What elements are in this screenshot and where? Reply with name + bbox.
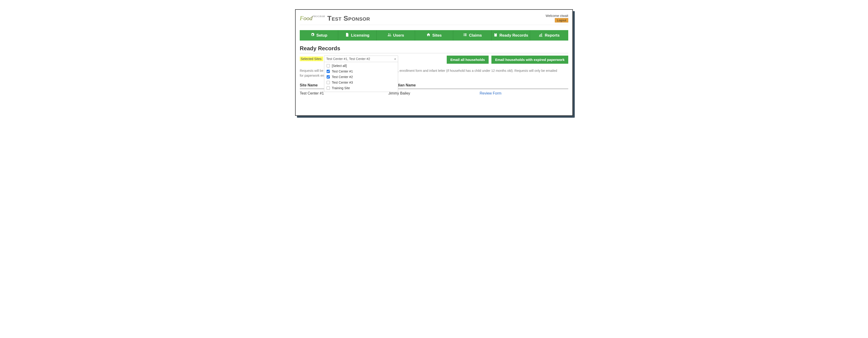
svg-rect-11: [540, 34, 541, 36]
svg-rect-4: [463, 34, 464, 35]
gears-icon: [310, 33, 315, 38]
nav-item-sites[interactable]: Sites: [415, 30, 454, 40]
sites-option-label: Training Site: [332, 86, 350, 90]
selected-sites-label: Selected Sites:: [300, 57, 323, 61]
welcome-block: Welcome ctwait Logout: [546, 14, 568, 23]
logout-button[interactable]: Logout: [555, 18, 568, 23]
nav-label: Reports: [545, 33, 559, 38]
svg-rect-2: [463, 34, 464, 34]
sites-option[interactable]: Training Site: [324, 85, 398, 91]
col-header-guardian: Guardian Name: [389, 83, 479, 87]
action-buttons: Email all households Email households wi…: [447, 56, 568, 64]
sites-multiselect-value: Test Center #1, Test Center #2: [326, 57, 370, 61]
email-all-button[interactable]: Email all households: [447, 56, 489, 64]
svg-rect-7: [464, 35, 467, 36]
nav-label: Sites: [432, 33, 442, 38]
checkbox-icon[interactable]: [327, 64, 330, 67]
list-icon: [463, 33, 467, 38]
svg-rect-6: [463, 35, 464, 36]
sites-option[interactable]: Test Center #2: [324, 74, 398, 80]
nav-item-users[interactable]: Users: [377, 30, 415, 40]
filter-row: Selected Sites: Test Center #1, Test Cen…: [300, 56, 568, 64]
checkbox-icon[interactable]: [327, 70, 330, 73]
nav-item-setup[interactable]: Setup: [300, 30, 338, 40]
review-form-link[interactable]: Review Form: [479, 91, 501, 95]
sites-multiselect-dropdown: [Select all]Test Center #1Test Center #2…: [324, 62, 398, 92]
cell-guardian: Jimmy Bailey: [389, 91, 479, 95]
home-icon: [426, 33, 431, 38]
header-bar: FFoodoodPROGRAM Test Sponsor Welcome ctw…: [300, 14, 568, 25]
nav-label: Ready Records: [499, 33, 528, 38]
svg-point-1: [390, 34, 391, 35]
col-header-action: [479, 83, 568, 87]
app-window: FFoodoodPROGRAM Test Sponsor Welcome ctw…: [295, 9, 573, 116]
sites-option-label: Test Center #2: [332, 75, 353, 79]
caret-up-icon: [394, 58, 396, 60]
nav-item-claims[interactable]: Claims: [453, 30, 492, 40]
sites-option[interactable]: Test Center #1: [324, 68, 398, 74]
sites-multiselect[interactable]: Test Center #1, Test Center #2 [Select a…: [324, 56, 398, 62]
nav-label: Claims: [469, 33, 482, 38]
nav-item-ready-records[interactable]: Ready Records: [492, 30, 530, 40]
logo: FFoodoodPROGRAM: [300, 15, 325, 21]
users-icon: [387, 33, 392, 38]
svg-rect-10: [539, 35, 540, 36]
svg-rect-5: [464, 34, 467, 35]
nav-label: Users: [393, 33, 404, 38]
welcome-text: Welcome ctwait: [546, 14, 568, 18]
checkbox-icon[interactable]: [327, 81, 330, 84]
sites-option[interactable]: Test Center #3: [324, 80, 398, 85]
nav-label: Licensing: [351, 33, 369, 38]
brand-block: FFoodoodPROGRAM Test Sponsor: [300, 15, 370, 22]
nav-item-reports[interactable]: Reports: [530, 30, 568, 40]
svg-rect-3: [464, 34, 467, 34]
nav-item-licensing[interactable]: Licensing: [338, 30, 377, 40]
clipboard-icon: [494, 33, 498, 38]
sites-option-label: Test Center #1: [332, 69, 353, 73]
checkbox-icon[interactable]: [327, 75, 330, 79]
svg-rect-8: [494, 33, 497, 37]
page-title: Ready Records: [300, 45, 568, 53]
svg-point-0: [388, 34, 389, 35]
svg-rect-12: [541, 33, 542, 36]
sites-option-label: [Select all]: [332, 64, 347, 68]
nav-label: Setup: [316, 33, 327, 38]
checkbox-icon[interactable]: [327, 86, 330, 90]
file-icon: [345, 33, 349, 38]
sites-option-label: Test Center #3: [332, 81, 353, 84]
sites-multiselect-display[interactable]: Test Center #1, Test Center #2: [324, 56, 398, 62]
svg-rect-9: [495, 33, 496, 34]
sites-option[interactable]: [Select all]: [324, 63, 398, 68]
sponsor-title: Test Sponsor: [327, 15, 370, 22]
main-nav: SetupLicensingUsersSitesClaimsReady Reco…: [300, 30, 568, 40]
barchart-icon: [538, 33, 543, 38]
email-expired-button[interactable]: Email households with expired paperwork: [491, 56, 568, 64]
